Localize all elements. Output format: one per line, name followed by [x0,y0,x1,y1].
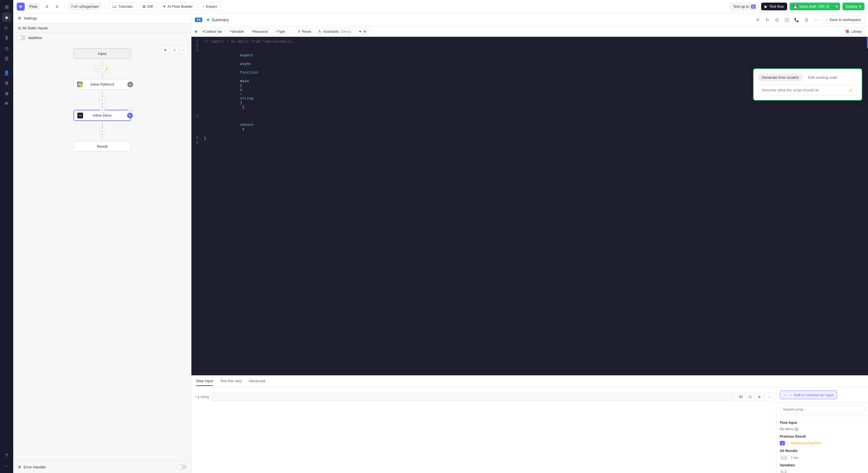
sidebar-icon-settings[interactable]: ⚙ [2,78,11,88]
edit-tab[interactable]: Edit existing code [804,73,841,81]
export-button[interactable]: ↑ Export [198,2,220,11]
sidebar-icon-dollar[interactable]: $ [2,33,11,42]
ai-popup: Generate from scratch Edit existing code… [753,68,862,101]
diff-button[interactable]: ⊞ Diff [139,2,157,11]
bottom-panel: Step Input Test this step Advanced * x s… [191,375,868,473]
undo-code-icon[interactable]: ↻ [764,16,771,24]
connector-line-3b [102,134,103,140]
connector-2: + [99,91,105,108]
sidebar-icon-collapse[interactable]: ← [2,462,11,471]
save-draft-button[interactable]: 💾 Save draft Ctrl S ▾ [789,3,840,10]
reset-button[interactable]: ↺ Reset [295,28,314,35]
separator-1 [65,4,65,9]
undo-button[interactable]: ↺ [43,3,51,11]
input-dollar-btn[interactable]: $0 [737,393,745,401]
logo: W [17,3,25,11]
sidebar-icon-run[interactable]: ▷ [2,23,11,32]
ai-popup-input-area: 🪄 [758,85,857,95]
flow-panel: ⚙ Settings ⚖ All Static Inputs dataflow [13,13,191,473]
save-workspace-button[interactable]: ↑ Save to workspace [822,15,865,24]
connector-actions-1: + ⚡ [95,66,110,72]
input-text-area[interactable] [211,393,735,401]
assistants-button[interactable]: ↻ Assistants (Deno) [316,28,353,35]
result-node[interactable]: Result [73,141,131,152]
error-toggle-thumb [178,465,182,469]
save-draft-main[interactable]: 💾 Save draft Ctrl S [789,3,833,10]
resource-button[interactable]: +Resource [249,28,271,35]
ai-flow-builder-button[interactable]: ✦ AI Flow Builder [159,2,196,11]
test-up-to-area[interactable]: Test up to b [730,3,759,10]
copy-icon[interactable]: ⊡ [773,16,781,24]
ai-button[interactable]: ✦ AI [356,28,369,35]
flow-input-value: No items ([]) [780,426,865,432]
sidebar-icon-flow[interactable]: ◈ [2,13,11,22]
sidebar-icon-circle[interactable]: ⊙ [2,44,11,53]
canvas-magic-btn[interactable]: ✦ [161,46,169,54]
ts-badge: TS [195,18,202,22]
input-row-x: * x string $0 ⊡ ⊕ [195,390,773,403]
input-arrow-btn[interactable]: → [765,393,773,401]
ai-describe-input[interactable] [762,88,846,92]
code-toolbar: ↺ ↻ ⊡ ⬜ 📞 ⊡ ⋯ ↑ Save to workspace [754,15,865,24]
panel-icon[interactable]: ⊡ [803,16,810,24]
path-display[interactable]: Path u/hugo/navi [68,3,101,10]
context-var-button[interactable]: +Context Var [199,28,224,35]
input-value-area [211,393,735,401]
dataflow-toggle[interactable] [17,35,26,40]
code-area: 1 // import * as wmill from "npm:windmil… [191,37,868,375]
step-input-area: * x string $0 ⊡ ⊕ [191,387,776,473]
sidebar-icon-eye[interactable]: 👁 [2,99,11,108]
error-handler-toggle[interactable] [177,464,187,470]
python-node[interactable]: Py Inline Python3 a [73,79,131,90]
tab-test-step[interactable]: Test this step [220,376,242,386]
tutorials-button[interactable]: 📖 Tutorials [108,2,136,11]
save-draft-arrow[interactable]: ▾ [834,3,840,10]
refresh-icon[interactable]: ↺ [754,16,762,24]
phone-icon[interactable]: 📞 [793,16,801,24]
input-node[interactable]: Input [73,48,131,59]
canvas-zoom-in[interactable]: + [170,46,179,54]
redo-button[interactable]: ↻ [53,3,61,11]
add-node-btn-3[interactable]: + [99,128,105,134]
input-actions: $0 ⊡ ⊕ → [737,393,773,401]
library-button[interactable]: 📚 Library [843,28,865,35]
deno-add-btn[interactable]: + [99,107,105,113]
add-node-btn-2[interactable]: + [99,97,105,103]
canvas-zoom-out[interactable]: − [180,46,188,54]
more-icon[interactable]: ⋯ [812,16,820,24]
deno-node[interactable]: + ✕ TS Inline Deno b [73,110,131,121]
variable-button[interactable]: +Variable [227,28,246,35]
sidebar-icon-add[interactable]: ⊕ [2,89,11,98]
input-link-btn[interactable]: ⊕ [755,393,764,401]
branch-btn-1[interactable]: ⚡ [103,66,110,72]
type-button[interactable]: +Type [273,28,288,35]
deploy-button[interactable]: Deploy ▾ [842,3,865,10]
flow-name[interactable]: Flow [27,3,39,10]
deno-icon: TS [77,113,83,119]
connector-line-3 [102,122,103,128]
connector-line-1b [102,72,103,78]
sidebar-icon-help[interactable]: ? [2,451,11,460]
tab-step-input[interactable]: Step Input [196,376,213,386]
previous-result-badge: a [780,441,785,445]
flow-panel-header: ⚙ Settings [13,13,191,24]
require-testing-flow-link[interactable]: Require testing flow [791,441,821,445]
deno-node-label: Inline Deno [93,113,112,118]
sidebar-icon-home[interactable]: ⊞ [2,2,11,11]
tab-advanced[interactable]: Advanced [249,376,265,386]
expand-icon[interactable]: ⬜ [783,16,791,24]
previous-result-sep: : [788,441,789,445]
all-static-inputs-label: All Static Inputs [22,26,48,30]
search-prop-input[interactable] [780,405,865,413]
summary-input[interactable] [212,18,269,22]
test-flow-button[interactable]: ▶ Test flow [761,3,787,10]
sidebar-icon-user[interactable]: 👤 [2,68,11,77]
settings-label: Settings [24,16,37,21]
green-dot-2 [195,30,197,33]
generate-tab[interactable]: Generate from scratch [758,73,802,81]
edit-connect-button[interactable]: ← ← Edit or connect an input [780,390,837,399]
sidebar-icon-list[interactable]: ☰ [2,54,11,63]
input-more-btn[interactable]: ⊡ [746,393,754,401]
all-static-inputs[interactable]: ⚖ All Static Inputs [13,24,191,33]
add-node-btn-1[interactable]: + [95,66,101,72]
